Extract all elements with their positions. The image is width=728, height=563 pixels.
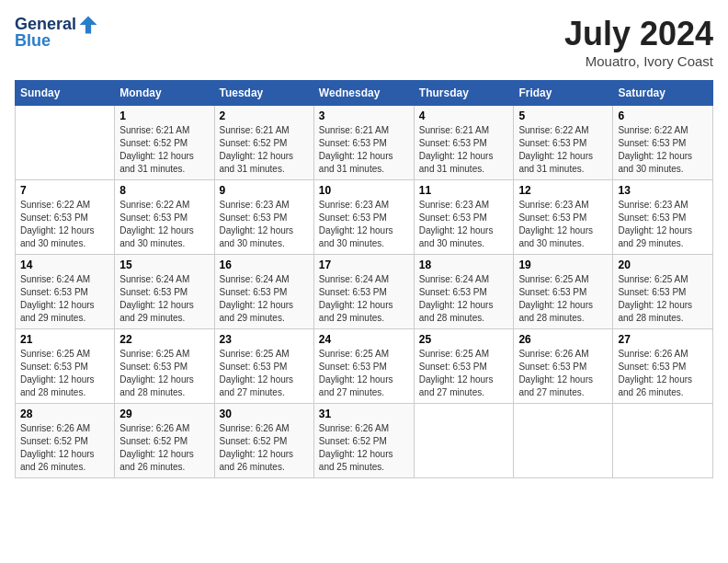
day-info: Sunrise: 6:25 AMSunset: 6:53 PMDaylight:… [319, 348, 409, 399]
month-year-title: July 2024 [564, 15, 713, 53]
calendar-week-row: 21Sunrise: 6:25 AMSunset: 6:53 PMDayligh… [16, 329, 713, 404]
header-saturday: Saturday [613, 81, 713, 106]
calendar-cell: 29Sunrise: 6:26 AMSunset: 6:52 PMDayligh… [115, 404, 214, 478]
calendar-cell: 31Sunrise: 6:26 AMSunset: 6:52 PMDayligh… [313, 404, 414, 478]
logo: General Blue [15, 15, 98, 51]
header-sunday: Sunday [16, 81, 115, 106]
day-info: Sunrise: 6:25 AMSunset: 6:53 PMDaylight:… [20, 348, 109, 399]
day-info: Sunrise: 6:22 AMSunset: 6:53 PMDaylight:… [20, 199, 109, 250]
calendar-cell: 23Sunrise: 6:25 AMSunset: 6:53 PMDayligh… [214, 329, 313, 404]
day-number: 6 [618, 109, 708, 122]
day-info: Sunrise: 6:21 AMSunset: 6:53 PMDaylight:… [419, 124, 509, 176]
day-info: Sunrise: 6:26 AMSunset: 6:53 PMDaylight:… [618, 348, 708, 399]
day-number: 20 [618, 259, 708, 271]
day-info: Sunrise: 6:21 AMSunset: 6:52 PMDaylight:… [220, 124, 309, 176]
day-number: 21 [20, 333, 109, 346]
day-number: 12 [518, 184, 608, 197]
day-info: Sunrise: 6:26 AMSunset: 6:52 PMDaylight:… [220, 422, 309, 474]
location-subtitle: Mouatro, Ivory Coast [564, 53, 713, 69]
day-info: Sunrise: 6:26 AMSunset: 6:52 PMDaylight:… [20, 422, 109, 474]
calendar-header-row: SundayMondayTuesdayWednesdayThursdayFrid… [16, 81, 713, 106]
day-info: Sunrise: 6:22 AMSunset: 6:53 PMDaylight:… [518, 124, 608, 176]
day-number: 28 [20, 408, 109, 420]
day-number: 4 [419, 109, 509, 122]
day-number: 1 [119, 109, 209, 122]
day-info: Sunrise: 6:25 AMSunset: 6:53 PMDaylight:… [618, 273, 708, 325]
calendar-cell: 2Sunrise: 6:21 AMSunset: 6:52 PMDaylight… [214, 106, 313, 180]
day-info: Sunrise: 6:25 AMSunset: 6:53 PMDaylight:… [518, 273, 608, 325]
calendar-cell: 21Sunrise: 6:25 AMSunset: 6:53 PMDayligh… [16, 329, 115, 404]
day-number: 30 [220, 408, 309, 420]
day-info: Sunrise: 6:26 AMSunset: 6:53 PMDaylight:… [518, 348, 608, 399]
day-number: 14 [20, 259, 109, 271]
calendar-cell: 6Sunrise: 6:22 AMSunset: 6:53 PMDaylight… [613, 106, 713, 180]
calendar-cell: 5Sunrise: 6:22 AMSunset: 6:53 PMDaylight… [514, 106, 613, 180]
day-number: 17 [319, 259, 409, 271]
day-number: 22 [119, 333, 209, 346]
day-number: 10 [319, 184, 409, 197]
svg-marker-0 [80, 17, 97, 34]
calendar-table: SundayMondayTuesdayWednesdayThursdayFrid… [15, 80, 713, 478]
day-info: Sunrise: 6:25 AMSunset: 6:53 PMDaylight:… [419, 348, 509, 399]
day-number: 7 [20, 184, 109, 197]
title-block: July 2024 Mouatro, Ivory Coast [564, 15, 713, 69]
calendar-week-row: 1Sunrise: 6:21 AMSunset: 6:52 PMDaylight… [16, 106, 713, 180]
day-info: Sunrise: 6:24 AMSunset: 6:53 PMDaylight:… [20, 273, 109, 325]
day-number: 27 [618, 333, 708, 346]
calendar-cell: 15Sunrise: 6:24 AMSunset: 6:53 PMDayligh… [115, 255, 214, 329]
calendar-cell: 26Sunrise: 6:26 AMSunset: 6:53 PMDayligh… [514, 329, 613, 404]
calendar-cell: 17Sunrise: 6:24 AMSunset: 6:53 PMDayligh… [313, 255, 414, 329]
day-number: 5 [518, 109, 608, 122]
day-info: Sunrise: 6:23 AMSunset: 6:53 PMDaylight:… [419, 199, 509, 250]
day-number: 11 [419, 184, 509, 197]
calendar-cell: 16Sunrise: 6:24 AMSunset: 6:53 PMDayligh… [214, 255, 313, 329]
day-number: 23 [220, 333, 309, 346]
day-number: 2 [220, 109, 309, 122]
calendar-cell [414, 404, 514, 478]
calendar-cell: 4Sunrise: 6:21 AMSunset: 6:53 PMDaylight… [414, 106, 514, 180]
day-info: Sunrise: 6:23 AMSunset: 6:53 PMDaylight:… [220, 199, 309, 250]
calendar-week-row: 14Sunrise: 6:24 AMSunset: 6:53 PMDayligh… [16, 255, 713, 329]
header-wednesday: Wednesday [313, 81, 414, 106]
calendar-cell [514, 404, 613, 478]
header-friday: Friday [514, 81, 613, 106]
calendar-cell: 10Sunrise: 6:23 AMSunset: 6:53 PMDayligh… [313, 180, 414, 255]
calendar-cell: 14Sunrise: 6:24 AMSunset: 6:53 PMDayligh… [16, 255, 115, 329]
day-info: Sunrise: 6:26 AMSunset: 6:52 PMDaylight:… [119, 422, 209, 474]
day-info: Sunrise: 6:24 AMSunset: 6:53 PMDaylight:… [419, 273, 509, 325]
day-number: 25 [419, 333, 509, 346]
day-info: Sunrise: 6:22 AMSunset: 6:53 PMDaylight:… [119, 199, 209, 250]
day-number: 8 [119, 184, 209, 197]
day-info: Sunrise: 6:24 AMSunset: 6:53 PMDaylight:… [319, 273, 409, 325]
header-thursday: Thursday [414, 81, 514, 106]
day-number: 13 [618, 184, 708, 197]
calendar-cell: 9Sunrise: 6:23 AMSunset: 6:53 PMDaylight… [214, 180, 313, 255]
day-number: 3 [319, 109, 409, 122]
day-info: Sunrise: 6:25 AMSunset: 6:53 PMDaylight:… [220, 348, 309, 399]
day-number: 29 [119, 408, 209, 420]
calendar-cell: 22Sunrise: 6:25 AMSunset: 6:53 PMDayligh… [115, 329, 214, 404]
day-info: Sunrise: 6:23 AMSunset: 6:53 PMDaylight:… [319, 199, 409, 250]
day-number: 9 [220, 184, 309, 197]
calendar-cell: 18Sunrise: 6:24 AMSunset: 6:53 PMDayligh… [414, 255, 514, 329]
logo-icon [78, 15, 98, 35]
day-number: 24 [319, 333, 409, 346]
calendar-cell: 19Sunrise: 6:25 AMSunset: 6:53 PMDayligh… [514, 255, 613, 329]
calendar-week-row: 28Sunrise: 6:26 AMSunset: 6:52 PMDayligh… [16, 404, 713, 478]
calendar-cell: 7Sunrise: 6:22 AMSunset: 6:53 PMDaylight… [16, 180, 115, 255]
day-number: 19 [518, 259, 608, 271]
page-header: General Blue July 2024 Mouatro, Ivory Co… [15, 15, 713, 69]
calendar-cell: 1Sunrise: 6:21 AMSunset: 6:52 PMDaylight… [115, 106, 214, 180]
calendar-cell: 12Sunrise: 6:23 AMSunset: 6:53 PMDayligh… [514, 180, 613, 255]
day-number: 26 [518, 333, 608, 346]
day-info: Sunrise: 6:22 AMSunset: 6:53 PMDaylight:… [618, 124, 708, 176]
day-number: 15 [119, 259, 209, 271]
calendar-week-row: 7Sunrise: 6:22 AMSunset: 6:53 PMDaylight… [16, 180, 713, 255]
calendar-cell: 27Sunrise: 6:26 AMSunset: 6:53 PMDayligh… [613, 329, 713, 404]
day-info: Sunrise: 6:21 AMSunset: 6:52 PMDaylight:… [119, 124, 209, 176]
day-info: Sunrise: 6:21 AMSunset: 6:53 PMDaylight:… [319, 124, 409, 176]
calendar-cell: 28Sunrise: 6:26 AMSunset: 6:52 PMDayligh… [16, 404, 115, 478]
calendar-cell [16, 106, 115, 180]
calendar-cell: 24Sunrise: 6:25 AMSunset: 6:53 PMDayligh… [313, 329, 414, 404]
day-info: Sunrise: 6:24 AMSunset: 6:53 PMDaylight:… [119, 273, 209, 325]
